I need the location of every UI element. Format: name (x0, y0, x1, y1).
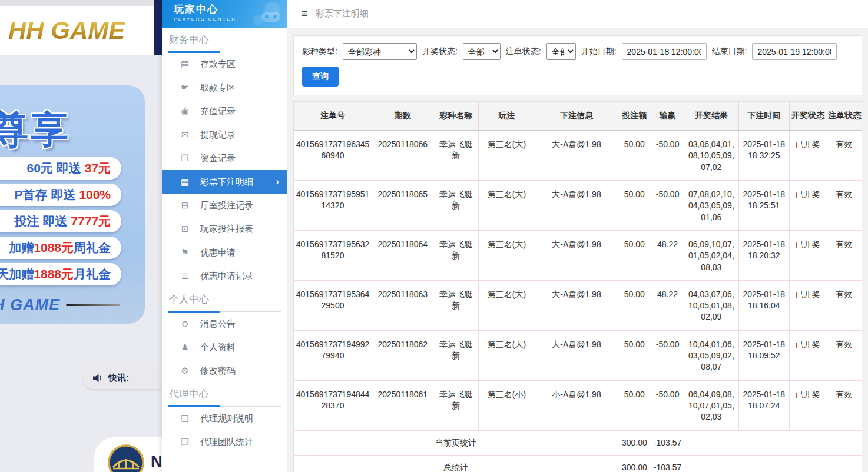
main-content: ≡ 彩票下注明细 彩种类型: 全部彩种 开奖状态: 全部 注单状态: 全部 开始… (287, 0, 868, 472)
table-header-row: 注单号 期数 彩种名称 玩法 下注信息 投注额 输赢 开奖结果 下注时间 开奖状… (294, 102, 862, 131)
report-icon: ⊡ (180, 224, 190, 234)
withdraw-icon: ☛ (180, 82, 190, 93)
lottery-detail-icon: ▦ (180, 177, 190, 187)
chevron-right-icon: › (276, 176, 279, 188)
sidebar-item-recharge-record[interactable]: ◉ 充值记录 (162, 99, 287, 123)
start-date-input[interactable] (622, 43, 707, 60)
section-divider (168, 52, 281, 52)
section-divider (168, 311, 281, 312)
section-title: 个人中心 (168, 292, 281, 306)
promo-banner: 尊享 60元 即送 37元 P首存 即送 100% 投注 即送 7777元 加赠… (0, 85, 145, 324)
wallet-icon: ✉ (180, 129, 190, 140)
lottery-type-label: 彩种类型: (302, 46, 337, 57)
col-amount: 投注额 (618, 102, 651, 131)
total-stats-winloss: -103.57 (651, 455, 684, 472)
sidebar-item-agent-rules[interactable]: ❏ 代理规则说明 (162, 407, 287, 430)
header-navy-strip (154, 0, 162, 55)
sidebar-item-withdraw-record[interactable]: ✉ 提现记录 (162, 123, 287, 147)
deposit-icon: ▤ (180, 59, 190, 69)
document-icon: ❏ (180, 413, 190, 424)
site-header: HH GAME (0, 6, 154, 55)
menu-toggle-icon[interactable]: ≡ (301, 7, 308, 21)
footer-card: N (94, 437, 162, 472)
sidebar-header: 玩家中心 PLAYERS CENTER (162, 0, 287, 28)
table-row: 401569173719536429500 20250118063 幸运飞艇新 … (294, 280, 862, 330)
sidebar-item-profile[interactable]: ♟ 个人资料 (162, 335, 287, 359)
sidebar-section-finance: 财务中心 (162, 28, 287, 52)
background-page: HH GAME 尊享 60元 即送 37元 P首存 即送 100% 投注 即送 … (0, 0, 162, 472)
sidebar-section-agent: 代理中心 (162, 383, 287, 407)
col-bet-info: 下注信息 (535, 102, 618, 131)
promo-pill: 天加赠1888元月礼金 (0, 263, 121, 285)
promo-pill: 60元 即送 37元 (0, 157, 121, 180)
col-play: 玩法 (478, 102, 535, 131)
promo-pill: 投注 即送 7777元 (0, 210, 121, 232)
col-bet-id: 注单号 (294, 102, 372, 131)
total-stats-amount: 300.00 (618, 455, 651, 472)
page-stats-amount: 300.00 (618, 430, 651, 455)
promo-pill: P首存 即送 100% (0, 184, 121, 206)
search-button[interactable]: 查询 (302, 67, 339, 87)
col-draw-status: 开奖状态 (789, 102, 826, 131)
screen: HH GAME 尊享 60元 即送 37元 P首存 即送 100% 投注 即送 … (0, 0, 868, 472)
page-stats-row: 当前页统计 300.00 -103.57 (294, 430, 862, 455)
newspaper-icon: ❐ (180, 437, 190, 447)
col-bet-time: 下注时间 (738, 102, 789, 131)
end-date-label: 结束日期: (712, 46, 747, 57)
sidebar-item-agent-team-stats[interactable]: ❐ 代理团队统计 (162, 430, 287, 454)
section-title: 代理中心 (168, 387, 281, 401)
table-row: 401569173719563281520 20250118064 幸运飞艇新 … (294, 230, 862, 280)
sidebar-item-lottery-bet-detail[interactable]: ▦ 彩票下注明细 › (162, 170, 287, 194)
hall-record-icon: ⊟ (180, 200, 190, 211)
speaker-icon (93, 374, 103, 383)
lottery-type-select[interactable]: 全部彩种 (343, 43, 417, 60)
col-order-status: 注单状态 (826, 102, 862, 131)
bet-detail-table: 注单号 期数 彩种名称 玩法 下注信息 投注额 输赢 开奖结果 下注时间 开奖状… (294, 102, 862, 472)
sidebar-item-deposit[interactable]: ▤ 存款专区 (162, 52, 287, 76)
sidebar-item-messages[interactable]: Ω 消息公告 (162, 312, 287, 335)
sidebar-item-funds-record[interactable]: ❒ 资金记录 (162, 147, 287, 170)
sidebar-item-player-bet-report[interactable]: ⊡ 玩家投注报表 (162, 217, 287, 241)
promo-record-icon: ≣ (180, 271, 190, 281)
order-status-select[interactable]: 全部 (546, 43, 576, 60)
table-row: 401569173719634568940 20250118066 幸运飞艇新 … (294, 131, 862, 181)
topbar: ≡ 彩票下注明细 (287, 0, 868, 28)
promo-apply-icon: ⚑ (180, 247, 190, 258)
sidebar-item-hall-bet-record[interactable]: ⊟ 厅室投注记录 (162, 194, 287, 217)
news-ticker: 快讯: (82, 367, 162, 389)
filter-panel: 彩种类型: 全部彩种 开奖状态: 全部 注单状态: 全部 开始日期: 结束日期:… (293, 35, 862, 95)
bet-detail-table-card: 注单号 期数 彩种名称 玩法 下注信息 投注额 输赢 开奖结果 下注时间 开奖状… (293, 101, 862, 472)
total-stats-row: 总统计 300.00 -103.57 (294, 455, 862, 472)
section-divider (168, 406, 281, 407)
footer-letter: N (151, 453, 162, 471)
sidebar-section-personal: 个人中心 (162, 288, 287, 312)
person-icon: ♟ (180, 342, 190, 353)
end-date-input[interactable] (752, 43, 837, 60)
draw-status-select[interactable]: 全部 (463, 43, 501, 60)
sidebar-item-withdraw[interactable]: ☛ 取款专区 (162, 76, 287, 99)
background-top-strip (0, 0, 154, 6)
order-status-label: 注单状态: (506, 46, 541, 57)
ticker-label: 快讯: (108, 373, 129, 384)
sidebar-item-promo-apply-record[interactable]: ≣ 优惠申请记录 (162, 264, 287, 288)
start-date-label: 开始日期: (581, 46, 617, 57)
col-lottery: 彩种名称 (433, 102, 478, 131)
page-stats-winloss: -103.57 (651, 430, 684, 455)
total-stats-label: 总统计 (294, 455, 618, 472)
col-period: 期数 (372, 102, 433, 131)
section-title: 财务中心 (168, 33, 281, 46)
sidebar-item-promo-apply[interactable]: ⚑ 优惠申请 (162, 241, 287, 264)
page-title: 彩票下注明细 (316, 8, 369, 19)
col-win-loss: 输赢 (651, 102, 684, 131)
table-row: 401569173719595114320 20250118065 幸运飞艇新 … (294, 180, 862, 230)
site-logo: HH GAME (0, 16, 125, 45)
brand-dash (66, 304, 120, 306)
col-result: 开奖结果 (684, 102, 738, 131)
sidebar-item-change-password[interactable]: ⚙ 修改密码 (162, 359, 287, 383)
table-row: 401569173719484428370 20250118061 幸运飞艇新 … (294, 380, 862, 430)
gamepad-icon (244, 1, 283, 27)
promo-brand-line: H GAME (0, 296, 120, 314)
funds-icon: ❒ (180, 153, 190, 164)
moneybag-icon: ◉ (180, 106, 190, 117)
gear-icon: ⚙ (180, 365, 190, 376)
